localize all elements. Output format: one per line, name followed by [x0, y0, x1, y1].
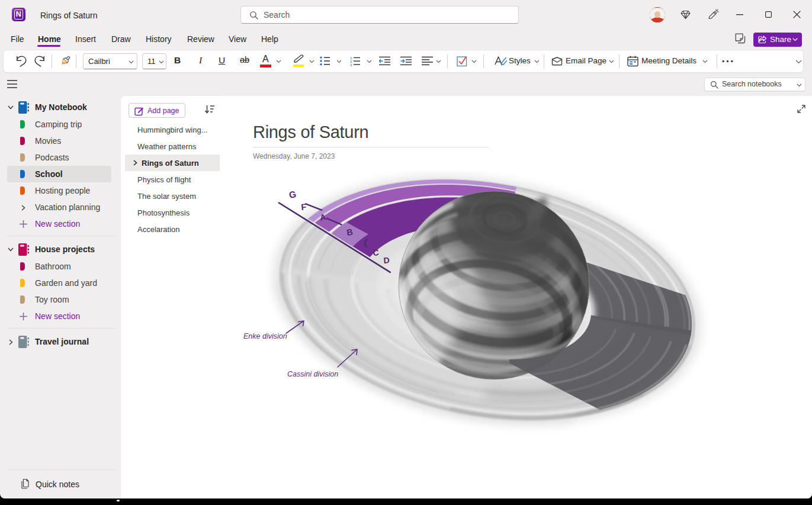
svg-text:D: D: [383, 255, 390, 265]
svg-text:Enke division: Enke division: [243, 332, 287, 340]
svg-text:3: 3: [350, 63, 352, 67]
svg-text:B: B: [346, 227, 354, 237]
svg-text:C: C: [373, 247, 379, 258]
svg-text:Cassini division: Cassini division: [287, 370, 338, 378]
svg-text:G: G: [288, 189, 297, 200]
svg-text:F: F: [301, 202, 307, 212]
